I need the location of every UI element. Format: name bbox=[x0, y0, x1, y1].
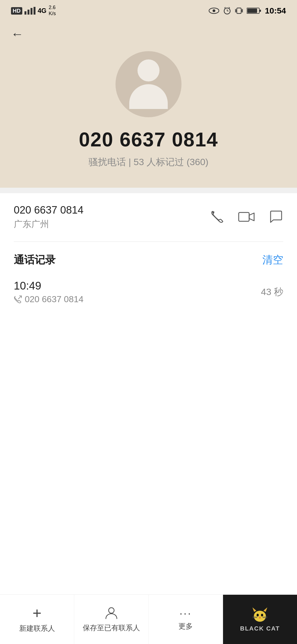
svg-point-22 bbox=[254, 611, 266, 622]
nav-black-cat[interactable]: BLACK CAT bbox=[223, 595, 297, 644]
person-icon bbox=[104, 606, 119, 620]
avatar-body bbox=[129, 84, 168, 109]
status-bar: HD 4G 2.6K/s bbox=[0, 0, 297, 19]
svg-rect-2 bbox=[31, 8, 32, 15]
black-cat-icon bbox=[250, 607, 270, 622]
svg-point-21 bbox=[109, 608, 114, 613]
plus-icon: + bbox=[32, 605, 42, 621]
avatar-person bbox=[129, 59, 168, 109]
svg-line-32 bbox=[263, 617, 267, 617]
phone-tag: 骚扰电话 | 53 人标记过 (360) bbox=[89, 156, 208, 168]
svg-line-20 bbox=[18, 296, 21, 299]
svg-line-30 bbox=[252, 617, 257, 617]
svg-rect-18 bbox=[260, 10, 261, 12]
call-history-title: 通话记录 bbox=[14, 253, 56, 267]
call-history-section: 通话记录 清空 10:49 020 6637 0814 43 秒 bbox=[0, 242, 297, 315]
status-time: 10:54 bbox=[265, 6, 286, 15]
svg-rect-17 bbox=[247, 9, 257, 13]
avatar bbox=[116, 51, 182, 117]
contact-location: 广东广州 bbox=[14, 218, 84, 230]
signal-icon bbox=[24, 7, 35, 15]
contact-actions bbox=[210, 210, 283, 225]
svg-line-31 bbox=[252, 618, 257, 618]
svg-line-10 bbox=[229, 7, 230, 8]
clear-button[interactable]: 清空 bbox=[262, 253, 283, 267]
speed-indicator: 2.6K/s bbox=[49, 5, 56, 17]
svg-line-9 bbox=[224, 7, 226, 8]
message-button[interactable] bbox=[269, 210, 283, 225]
svg-point-5 bbox=[213, 9, 215, 12]
svg-rect-1 bbox=[28, 10, 29, 15]
call-history-header: 通话记录 清空 bbox=[14, 253, 283, 267]
contact-number: 020 6637 0814 bbox=[14, 204, 84, 216]
eye-icon bbox=[209, 7, 219, 15]
contact-info: 020 6637 0814 广东广州 bbox=[14, 204, 84, 230]
svg-rect-3 bbox=[34, 7, 35, 15]
call-entry-info: 10:49 020 6637 0814 bbox=[14, 280, 84, 304]
call-number: 020 6637 0814 bbox=[14, 294, 84, 304]
more-icon: ··· bbox=[179, 608, 192, 619]
call-phone-button[interactable] bbox=[210, 210, 224, 225]
nav-more-label: 更多 bbox=[178, 621, 193, 631]
svg-point-28 bbox=[261, 614, 263, 616]
alarm-icon bbox=[223, 7, 231, 15]
battery-icon bbox=[247, 7, 261, 14]
call-time: 10:49 bbox=[14, 280, 84, 292]
nav-save-contact-label: 保存至已有联系人 bbox=[83, 623, 140, 633]
nav-black-cat-label: BLACK CAT bbox=[240, 625, 280, 632]
svg-rect-0 bbox=[24, 11, 26, 15]
profile-section: 020 6637 0814 骚扰电话 | 53 人标记过 (360) bbox=[0, 40, 297, 188]
contact-row: 020 6637 0814 广东广州 bbox=[0, 193, 297, 241]
status-right: 10:54 bbox=[209, 6, 286, 15]
video-call-button[interactable] bbox=[238, 210, 255, 225]
svg-point-29 bbox=[259, 617, 261, 618]
svg-rect-11 bbox=[237, 8, 241, 13]
call-duration: 43 秒 bbox=[261, 286, 283, 298]
bottom-nav: + 新建联系人 保存至已有联系人 ··· 更多 bbox=[0, 594, 297, 644]
nav-save-contact[interactable]: 保存至已有联系人 bbox=[74, 595, 148, 644]
avatar-head bbox=[138, 59, 160, 81]
network-type: 4G bbox=[38, 7, 46, 15]
phone-number: 020 6637 0814 bbox=[79, 128, 218, 151]
incoming-call-icon bbox=[14, 295, 22, 304]
svg-point-27 bbox=[257, 614, 259, 616]
nav-more[interactable]: ··· 更多 bbox=[149, 595, 223, 644]
call-entry: 10:49 020 6637 0814 43 秒 bbox=[14, 277, 283, 310]
hd-badge: HD bbox=[11, 7, 22, 15]
back-button[interactable]: ← bbox=[11, 28, 286, 40]
nav-new-contact-label: 新建联系人 bbox=[19, 624, 55, 633]
header-area: ← bbox=[0, 19, 297, 40]
svg-line-33 bbox=[263, 618, 267, 618]
content-spacer bbox=[0, 315, 297, 481]
nav-new-contact[interactable]: + 新建联系人 bbox=[0, 595, 74, 644]
status-left: HD 4G 2.6K/s bbox=[11, 5, 56, 17]
vibrate-icon bbox=[235, 7, 243, 15]
svg-rect-19 bbox=[239, 212, 249, 221]
section-divider-top bbox=[0, 188, 297, 193]
